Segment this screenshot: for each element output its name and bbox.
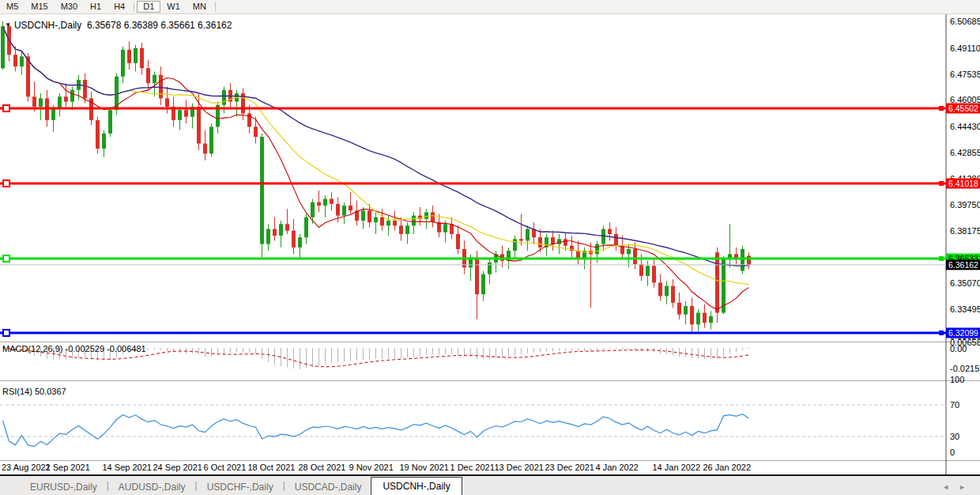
timeframe-button-mn[interactable]: MN [187, 1, 213, 13]
candle-body [108, 110, 112, 134]
candle-body [146, 68, 150, 83]
candle-body [665, 286, 669, 297]
candle-body [20, 56, 24, 66]
timeframe-button-d1[interactable]: D1 [137, 1, 160, 13]
date-axis-label: 1 Dec 2021 [450, 463, 495, 472]
date-axis-label: 28 Oct 2021 [299, 463, 346, 472]
tab-usdcad[interactable]: USDCAD-,Daily [285, 478, 371, 495]
candle-body [633, 249, 637, 264]
resistance-upper-handle[interactable] [3, 105, 9, 111]
candle-body [513, 239, 517, 251]
timeframe-button-w1[interactable]: W1 [160, 1, 187, 13]
candle-body [51, 108, 55, 120]
candle-body [386, 221, 390, 225]
candle-body [209, 127, 213, 153]
resistance-upper-price-label-text: 6.45502 [948, 104, 978, 113]
candle-body [709, 316, 713, 323]
support-blue-handle[interactable] [3, 330, 9, 336]
macd-axis-zero: 0.00 [950, 344, 967, 353]
candle-body [134, 48, 138, 63]
candle-body [336, 204, 340, 216]
resistance-lower-price-label-text: 6.41018 [948, 179, 978, 188]
macd-axis-min: -0.02159 [950, 364, 980, 373]
timeframe-button-h4[interactable]: H4 [107, 1, 131, 13]
candle-body [159, 75, 163, 99]
timeframe-button-h1[interactable]: H1 [84, 1, 107, 13]
resistance-lower-handle[interactable] [3, 180, 9, 187]
candle-body [652, 266, 656, 282]
candle-body [519, 239, 523, 240]
candle-body [304, 217, 308, 237]
candle-body [526, 229, 530, 241]
candle-body [279, 224, 283, 236]
candle-body [677, 303, 681, 315]
chart-canvas: 6.506856.491106.475356.460056.444306.428… [0, 14, 980, 474]
candle-body [747, 255, 751, 264]
candle-body [646, 266, 650, 276]
tab-audusd[interactable]: AUDUSD-,Daily [109, 478, 195, 495]
support-green-handle[interactable] [3, 255, 9, 262]
date-axis-label: 26 Jan 2022 [703, 463, 752, 472]
resistance-upper-connector-box [939, 106, 944, 111]
candle-body [368, 210, 371, 222]
date-axis-label: 2 Sep 2021 [46, 463, 90, 472]
candle-body [595, 244, 599, 255]
tab-usdchf[interactable]: USDCHF-,Daily [198, 478, 283, 495]
candle-body [70, 90, 74, 102]
candle-body [266, 229, 270, 244]
candle-body [39, 98, 43, 107]
price-axis-tick: 6.42855 [950, 148, 980, 157]
date-axis-label: 18 Oct 2021 [248, 463, 296, 472]
candle-body [222, 90, 226, 105]
candle-body [614, 234, 618, 246]
price-axis-tick: 6.33495 [950, 304, 980, 314]
tab-scroll-right-icon: ► [959, 483, 975, 491]
date-axis-label: 6 Oct 2021 [204, 463, 247, 472]
candle-body [424, 212, 428, 218]
date-axis-label: 23 Aug 2021 [2, 463, 51, 472]
support-green-connector-box [939, 256, 944, 261]
candle-body [165, 98, 169, 107]
support-blue-price-label-text: 6.32099 [948, 328, 978, 338]
price-axis-tick: 6.35070 [950, 278, 980, 288]
timeframe-button-m5[interactable]: M5 [0, 1, 24, 13]
candle-body [671, 286, 675, 303]
timeframe-toolbar: M5M15M30H1H4D1W1MN [0, 0, 980, 14]
candle-body [538, 237, 542, 248]
candle-body [247, 113, 251, 127]
tab-scroll-arrows[interactable]: ◄► [942, 483, 975, 491]
date-axis-label: 14 Jan 2022 [653, 463, 701, 472]
date-axis-label: 13 Dec 2021 [495, 463, 544, 472]
timeframe-button-m15[interactable]: M15 [24, 1, 54, 13]
price-axis-tick: 6.49110 [950, 43, 980, 53]
candle-body [437, 222, 441, 232]
timeframe-button-m30[interactable]: M30 [55, 1, 84, 13]
price-axis-tick: 6.38175 [950, 226, 980, 236]
candle-body [140, 48, 144, 68]
date-axis-label: 4 Jan 2022 [596, 463, 639, 472]
candle-body [608, 229, 612, 234]
tab-usdcnh[interactable]: USDCNH-,Daily [371, 477, 462, 495]
chart-area[interactable]: 6.506856.491106.475356.460056.444306.428… [0, 14, 980, 474]
candle-body [431, 212, 435, 222]
date-axis-label: 19 Nov 2021 [400, 463, 449, 472]
candle-body [298, 237, 302, 248]
candle-body [564, 239, 567, 245]
candle-body [311, 202, 315, 217]
tab-eurusd[interactable]: EURUSD-,Daily [21, 478, 107, 495]
price-axis-tick: 6.44430 [950, 122, 980, 131]
tab-scroll-left-icon: ◄ [942, 483, 959, 491]
date-axis-label: 14 Sep 2021 [103, 463, 152, 472]
candle-body [450, 224, 454, 234]
candle-body [153, 75, 156, 84]
candle-body [178, 110, 182, 120]
candle-body [184, 110, 188, 116]
candle-body [696, 313, 700, 325]
resistance-lower-connector-box [939, 181, 944, 186]
candle-body [96, 120, 100, 149]
candle-body [254, 127, 258, 137]
current-price-price-label-text: 6.36162 [948, 260, 978, 270]
candle-body [323, 198, 327, 205]
ma-fast-line [3, 26, 749, 309]
candle-body [83, 80, 87, 98]
